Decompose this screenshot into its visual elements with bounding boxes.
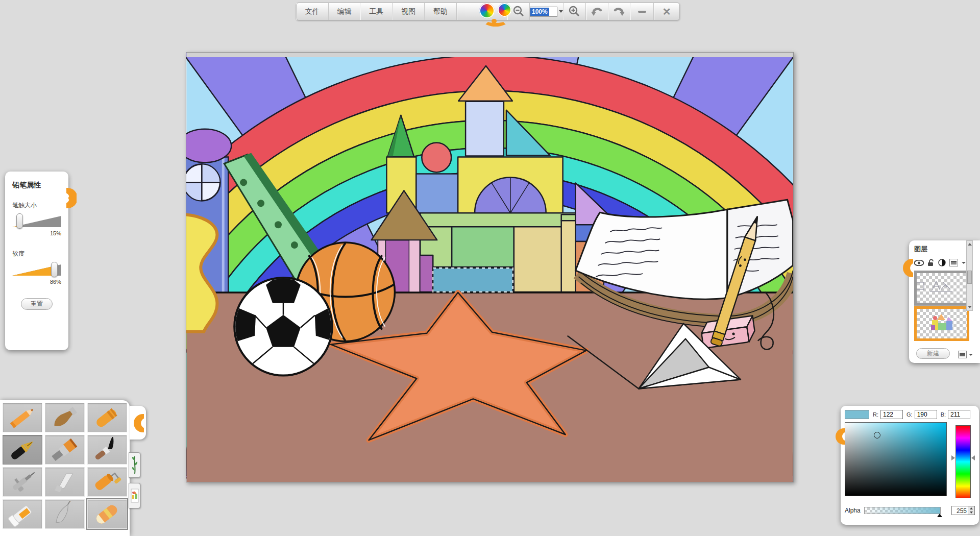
alpha-slider[interactable] [864, 507, 941, 514]
green-platform-block [420, 213, 575, 227]
drawing-canvas[interactable] [186, 52, 794, 482]
alpha-spin-up[interactable] [968, 506, 974, 510]
alpha-label: Alpha [845, 507, 864, 514]
layer-list [914, 271, 969, 341]
b-input[interactable] [948, 410, 970, 419]
minimize-button[interactable] [630, 3, 654, 20]
selection-marquee[interactable] [433, 268, 513, 292]
g-input[interactable] [915, 410, 937, 419]
alpha-spin-down[interactable] [968, 510, 974, 515]
tool-airbrush[interactable] [3, 467, 42, 497]
tool-crayon[interactable] [87, 403, 127, 432]
redo-button[interactable] [608, 3, 631, 20]
g-label: G: [906, 411, 913, 418]
tool-eraser[interactable] [87, 499, 127, 529]
scroll-up-arrow[interactable] [968, 243, 972, 246]
r-input[interactable] [880, 410, 903, 419]
alpha-spinbox[interactable]: 255 [951, 506, 975, 515]
sketch-thumbnail [917, 273, 967, 303]
r-label: R: [873, 411, 878, 418]
menu-file[interactable]: 文件 [297, 3, 329, 20]
zoom-level-control[interactable]: 100% [530, 3, 564, 20]
menu-file-label: 文件 [305, 7, 320, 16]
zoom-level-value: 100% [530, 8, 549, 16]
scroll-thumb[interactable] [967, 271, 972, 284]
paint-jar-icon [4, 501, 41, 527]
canvas-top-strip [186, 53, 793, 57]
brush-size-slider[interactable] [12, 215, 61, 228]
zoom-out-button[interactable] [507, 3, 530, 20]
current-color-swatch [845, 410, 869, 419]
saturation-value-square[interactable] [845, 422, 947, 496]
layer-menu-icon[interactable] [949, 259, 958, 266]
rgb-row: R: G: B: [845, 410, 975, 419]
main-toolbar: 文件 编辑 工具 视图 帮助 100% [296, 3, 680, 20]
hue-marker-left[interactable] [951, 455, 955, 460]
visibility-eye-icon[interactable] [914, 260, 924, 266]
tool-pencil[interactable] [3, 403, 42, 432]
plant-brush-button[interactable] [129, 452, 140, 478]
menu-view[interactable]: 视图 [393, 3, 425, 20]
alpha-gradient [865, 507, 940, 514]
hue-bar[interactable] [955, 425, 971, 498]
zoom-dropdown-caret[interactable] [559, 10, 563, 13]
menu-help-label: 帮助 [433, 7, 448, 16]
blue-block [416, 174, 458, 213]
layer-item-sketch[interactable] [914, 271, 969, 305]
unlock-icon[interactable] [927, 259, 935, 266]
layer-item-color[interactable] [914, 306, 969, 341]
undo-button[interactable] [586, 3, 608, 20]
layers-bottom-menu-caret[interactable] [969, 354, 973, 356]
color-picker-panel: R: G: B: Alpha 255 [841, 406, 979, 525]
tools-palette-tab[interactable] [130, 406, 146, 440]
fountain-pen-icon [4, 437, 41, 462]
b-label: B: [941, 411, 946, 418]
menu-tools[interactable]: 工具 [360, 3, 393, 20]
menu-help[interactable]: 帮助 [425, 3, 457, 20]
tool-wood-pen[interactable] [45, 403, 85, 432]
minimize-icon [638, 11, 646, 13]
softness-thumb[interactable] [51, 262, 58, 277]
alpha-value: 255 [952, 506, 968, 515]
picture-stamp-button[interactable] [129, 483, 140, 508]
new-layer-button[interactable]: 新建 [916, 348, 950, 359]
softness-label: 软度 [12, 250, 61, 258]
wood-pen-icon [46, 405, 83, 430]
panel-drag-handle[interactable] [66, 187, 77, 209]
softness-slider[interactable] [12, 263, 61, 277]
hue-marker-right[interactable] [971, 455, 975, 460]
layer-scrollbar[interactable] [966, 240, 973, 311]
paint-roller-icon [89, 469, 126, 495]
brush-size-thumb[interactable] [16, 213, 23, 229]
brush-size-label: 笔触大小 [12, 201, 61, 210]
tool-leaf-blade[interactable] [45, 499, 85, 529]
tool-paint-roller[interactable] [87, 467, 127, 497]
scroll-down-arrow[interactable] [968, 306, 972, 308]
menu-view-label: 视图 [401, 7, 415, 16]
khaki-tall-block [561, 221, 576, 292]
layers-bottom-menu-icon[interactable] [958, 351, 967, 358]
tool-ink-brush[interactable] [87, 435, 127, 465]
zoom-in-button[interactable] [564, 3, 586, 20]
color-panel-drag-handle[interactable] [835, 426, 845, 447]
alpha-marker[interactable] [937, 514, 942, 517]
layers-drag-handle[interactable] [902, 257, 913, 279]
menu-tools-label: 工具 [369, 7, 383, 16]
menu-edit[interactable]: 编辑 [329, 3, 361, 20]
tool-fountain-pen[interactable] [3, 435, 42, 465]
app-screen: 文件 编辑 工具 视图 帮助 100% [0, 0, 980, 536]
crayon-icon [89, 405, 126, 430]
mascot-slot [457, 3, 508, 20]
reset-button[interactable]: 重置 [21, 298, 53, 310]
sv-cursor[interactable] [874, 432, 880, 438]
blend-contrast-icon[interactable] [938, 259, 946, 266]
zoom-out-icon [512, 5, 525, 18]
layer-menu-caret[interactable] [962, 262, 966, 264]
tool-paint-jar[interactable] [3, 499, 42, 529]
layers-panel: 图层 [909, 240, 980, 363]
close-button[interactable]: ✕ [654, 3, 679, 20]
artwork [186, 53, 793, 482]
tool-palette-knife[interactable] [45, 467, 85, 497]
tool-flat-brush[interactable] [45, 435, 85, 465]
zoom-level-input[interactable]: 100% [530, 7, 557, 17]
